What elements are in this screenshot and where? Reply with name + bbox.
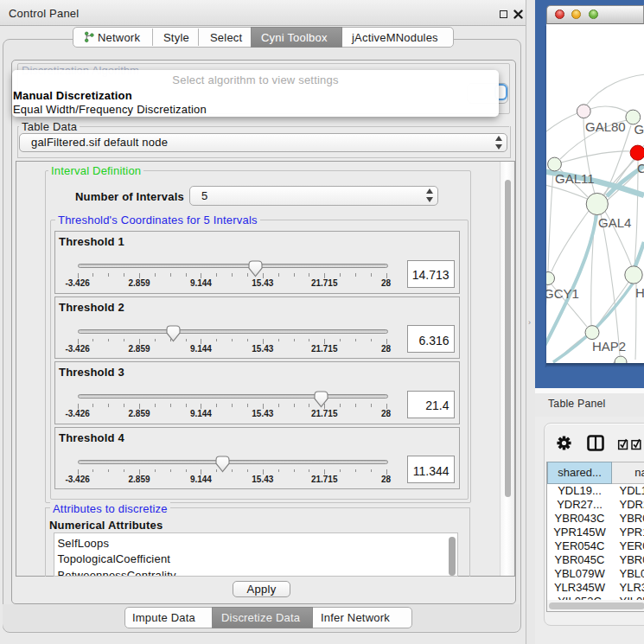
svg-text:GCY1: GCY1 <box>546 286 579 301</box>
svg-text:GAL4: GAL4 <box>598 215 631 230</box>
svg-text:H: H <box>635 285 644 300</box>
svg-text:HAP2: HAP2 <box>592 339 626 354</box>
svg-text:GAL11: GAL11 <box>555 171 595 186</box>
svg-text:C: C <box>637 161 644 175</box>
svg-text:GAL80: GAL80 <box>585 119 626 134</box>
svg-text:GA: GA <box>634 122 644 137</box>
